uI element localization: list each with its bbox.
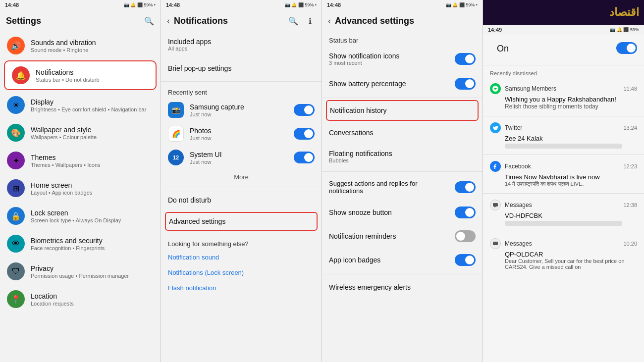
do-not-disturb-row[interactable]: Do not disturb <box>161 189 322 211</box>
conversations-label: Conversations <box>329 129 476 137</box>
notif-card-samsung[interactable]: Samsung Members 11:48 Wishing you a Happ… <box>483 79 644 114</box>
panel-notif-history: اقتصاد 14:49 📷 🔔 ⬛ 59% On Recently dismi… <box>483 0 644 362</box>
sounds-title: Sounds and vibration <box>31 39 154 47</box>
floating-notif-row[interactable]: Floating notifications Bubbles <box>322 144 483 169</box>
show-snooze-row[interactable]: Show snooze button <box>322 201 483 224</box>
status-bar-1: 14:48 📷 🔔 ⬛ 59% • <box>0 0 161 10</box>
notif-card-facebook[interactable]: Facebook 12:23 Times Now Navbharat is li… <box>483 157 644 191</box>
sidebar-item-privacy[interactable]: 🛡 Privacy Permission usage • Permission … <box>0 258 161 285</box>
search-icon[interactable]: 🔍 <box>144 15 155 26</box>
messages-icon-1 <box>490 200 501 210</box>
recently-dismissed-label: Recently dismissed <box>483 67 644 79</box>
sidebar-item-themes[interactable]: ✦ Themes Themes • Wallpapers • Icons <box>0 147 161 174</box>
flash-notification-link[interactable]: Flash notification <box>161 280 322 296</box>
biometrics-subtitle: Face recognition • Fingerprints <box>31 245 154 251</box>
sidebar-item-sounds[interactable]: 🔊 Sounds and vibration Sound mode • Ring… <box>0 32 161 59</box>
messages-time-2: 10:20 <box>623 241 637 247</box>
facebook-app-name: Facebook <box>505 163 531 170</box>
facebook-title: Times Now Navbharat is live now <box>505 173 637 181</box>
samsung-capture-icon: 📸 <box>168 102 184 118</box>
notif-card-twitter[interactable]: Twitter 13:24 Zee 24 Kalak <box>483 118 644 153</box>
app-icon-badges-toggle[interactable] <box>455 254 476 266</box>
homescreen-title: Home screen <box>31 181 154 189</box>
sidebar-item-wallpaper[interactable]: 🎨 Wallpaper and style Wallpapers • Colou… <box>0 119 161 147</box>
advanced-settings-scroll: Status bar Show notification icons 3 mos… <box>322 32 483 362</box>
more-button[interactable]: More <box>161 169 322 185</box>
divider-p4 <box>483 65 644 65</box>
notifications-lockscreen-link[interactable]: Notifications (Lock screen) <box>161 265 322 280</box>
messages-app-name-2: Messages <box>505 240 532 247</box>
back-icon-2[interactable]: ‹ <box>328 16 331 26</box>
brief-popup-row[interactable]: Brief pop-up settings <box>161 57 322 79</box>
brief-popup-label: Brief pop-up settings <box>168 64 315 72</box>
location-subtitle: Location requests <box>31 301 154 307</box>
biometrics-icon: 👁 <box>7 235 25 253</box>
photos-toggle[interactable] <box>294 128 315 140</box>
suggest-actions-row[interactable]: Suggest actions and replies for notifica… <box>322 174 483 201</box>
system-ui-toggle[interactable] <box>294 152 315 163</box>
time-4: 14:49 <box>488 27 502 33</box>
settings-app-bar: Settings 🔍 <box>0 10 161 32</box>
messages-icon-2 <box>490 238 501 249</box>
status-bar-2: 14:48 📷 🔔 ⬛ 59% • <box>161 0 322 10</box>
samsung-members-time: 11:48 <box>623 86 637 92</box>
included-apps-row[interactable]: Included apps All apps <box>161 32 322 57</box>
notification-sound-link[interactable]: Notification sound <box>161 250 322 265</box>
system-ui-icon: 12 <box>168 150 184 165</box>
app-row-system-ui[interactable]: 12 System UI Just now <box>161 146 322 169</box>
floating-notif-label: Floating notifications <box>329 150 476 157</box>
wireless-emergency-row[interactable]: Wireless emergency alerts <box>322 276 483 298</box>
notifications-scroll: Included apps All apps Brief pop-up sett… <box>161 32 322 362</box>
divider-2 <box>161 187 322 187</box>
app-row-photos[interactable]: 🌈 Photos Just now <box>161 122 322 146</box>
show-notif-icons-row[interactable]: Show notification icons 3 most recent <box>322 46 483 72</box>
sidebar-item-notifications[interactable]: 🔔 Notifications Status bar • Do not dist… <box>4 60 157 90</box>
messages-title-2: QP-OLDCAR <box>505 251 637 258</box>
notification-history-box[interactable]: Notification history <box>326 100 479 121</box>
messages-body-2: Dear Customer, Sell your car for the bes… <box>505 258 637 270</box>
notif-reminders-row[interactable]: Notification reminders <box>322 224 483 248</box>
advanced-settings-box[interactable]: Advanced settings <box>165 212 318 231</box>
biometrics-title: Biometrics and security <box>31 237 154 245</box>
sidebar-item-display[interactable]: ☀ Display Brightness • Eye comfort shiel… <box>0 91 161 119</box>
notif-reminders-toggle[interactable] <box>455 230 476 242</box>
panel-advanced-settings: 14:48 📷 🔔 ⬛ 59% • ‹ Advanced settings St… <box>322 0 483 362</box>
panel-notifications: 14:48 📷 🔔 ⬛ 59% • ‹ Notifications 🔍 ℹ In… <box>161 0 322 362</box>
show-snooze-toggle[interactable] <box>455 207 476 218</box>
status-icons-3: 📷 🔔 ⬛ 59% • <box>446 2 478 7</box>
back-icon[interactable]: ‹ <box>167 16 170 26</box>
samsung-capture-toggle[interactable] <box>294 104 315 116</box>
sidebar-item-location[interactable]: 📍 Location Location requests <box>0 285 161 313</box>
app-row-samsung-capture[interactable]: 📸 Samsung capture Just now <box>161 98 322 122</box>
app-icon-badges-label: App icon badges <box>329 256 455 264</box>
sounds-icon: 🔊 <box>7 37 25 54</box>
time-1: 14:48 <box>5 2 19 8</box>
app-icon-badges-row[interactable]: App icon badges <box>322 248 483 272</box>
themes-icon: ✦ <box>7 152 25 169</box>
search-icon-2[interactable]: 🔍 <box>288 15 299 26</box>
show-battery-toggle[interactable] <box>455 78 476 90</box>
advanced-settings-label: Advanced settings <box>169 217 225 225</box>
notif-card-messages-1[interactable]: Messages 12:38 VD-HDFCBK <box>483 196 644 230</box>
sidebar-item-lockscreen[interactable]: 🔒 Lock screen Screen lock type • Always … <box>0 202 161 230</box>
wireless-emergency-label: Wireless emergency alerts <box>329 283 476 291</box>
notifications-subtitle: Status bar • Do not disturb <box>36 77 149 83</box>
notif-card-messages-2[interactable]: Messages 10:20 QP-OLDCAR Dear Customer, … <box>483 234 644 274</box>
wallpaper-title: Wallpaper and style <box>31 126 154 134</box>
info-icon[interactable]: ℹ <box>305 15 316 26</box>
status-bar-section-label: Status bar <box>322 32 483 46</box>
sounds-subtitle: Sound mode • Ringtone <box>31 47 154 53</box>
notifications-header-title: Notifications <box>174 16 288 26</box>
show-battery-row[interactable]: Show battery percentage <box>322 72 483 96</box>
show-notif-icons-sub: 3 most recent <box>329 60 455 66</box>
conversations-row[interactable]: Conversations <box>322 122 483 144</box>
suggest-actions-toggle[interactable] <box>455 181 476 193</box>
looking-for-label: Looking for something else? <box>161 235 322 250</box>
divider-1 <box>161 81 322 82</box>
show-notif-icons-toggle[interactable] <box>455 53 476 65</box>
svg-rect-1 <box>493 203 498 207</box>
sidebar-item-biometrics[interactable]: 👁 Biometrics and security Face recogniti… <box>0 230 161 258</box>
status-icons-4: 📷 🔔 ⬛ 59% <box>610 27 639 32</box>
on-toggle[interactable] <box>616 42 637 54</box>
sidebar-item-homescreen[interactable]: ⊞ Home screen Layout • App icon badges <box>0 174 161 202</box>
